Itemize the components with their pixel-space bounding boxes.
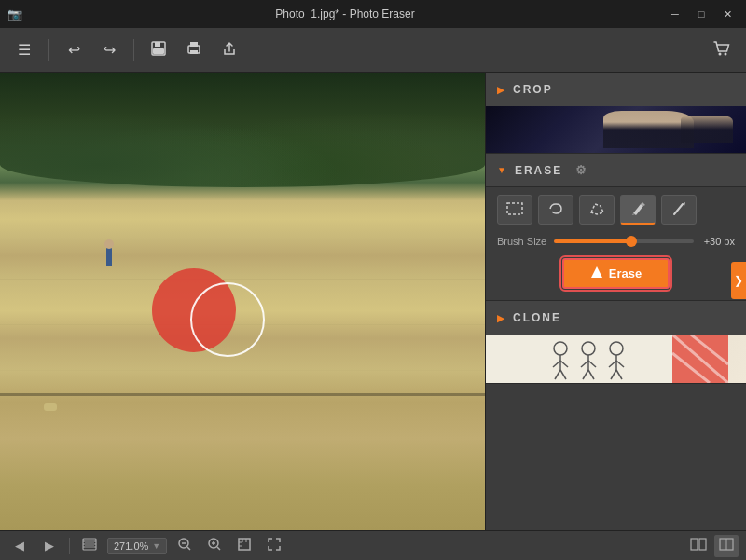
brush-tool[interactable] bbox=[661, 195, 697, 225]
svg-marker-9 bbox=[591, 266, 602, 278]
crop-section: ▶ CROP bbox=[486, 73, 746, 154]
prev-image-button[interactable]: ◀ bbox=[7, 535, 32, 557]
svg-point-6 bbox=[719, 52, 722, 55]
zoom-in-button[interactable] bbox=[202, 535, 227, 557]
erase-mark bbox=[152, 268, 236, 352]
lasso-tool[interactable] bbox=[538, 195, 573, 225]
photo-canvas[interactable] bbox=[0, 73, 485, 530]
crop-thumbnail bbox=[486, 106, 746, 153]
next-icon: ▶ bbox=[45, 539, 54, 553]
brush-size-row: Brush Size +30 px bbox=[486, 232, 746, 254]
erase-btn-icon bbox=[590, 266, 603, 281]
svg-rect-5 bbox=[190, 50, 198, 54]
zoom-in-icon bbox=[207, 537, 222, 554]
redo-icon: ↪ bbox=[104, 41, 116, 59]
fullscreen-icon bbox=[267, 537, 282, 554]
print-button[interactable] bbox=[179, 35, 209, 65]
erase-settings-icon[interactable]: ⚙ bbox=[575, 163, 587, 177]
bottom-bar: ◀ ▶ 271.0% ▼ bbox=[0, 530, 746, 560]
clone-toggle-icon: ▶ bbox=[497, 313, 505, 323]
main-area: ▶ CROP ▼ ERASE ⚙ bbox=[0, 73, 746, 530]
prev-icon: ◀ bbox=[15, 539, 24, 553]
view-mode-2-button[interactable] bbox=[714, 535, 739, 557]
redo-button[interactable]: ↪ bbox=[94, 35, 124, 65]
filmstrip-button[interactable] bbox=[77, 535, 102, 557]
right-panel: ▶ CROP ▼ ERASE ⚙ bbox=[485, 73, 746, 530]
menu-icon: ☰ bbox=[18, 41, 31, 59]
clone-thumbnail bbox=[486, 335, 746, 383]
ground-line-1 bbox=[0, 279, 485, 280]
window-controls: ─ □ ✕ bbox=[668, 7, 735, 21]
svg-line-47 bbox=[217, 547, 220, 550]
next-image-button[interactable]: ▶ bbox=[37, 535, 62, 557]
ground-line-2 bbox=[0, 324, 485, 325]
crop-label: CROP bbox=[513, 83, 553, 96]
erase-button[interactable]: Erase bbox=[562, 258, 670, 289]
bottom-right-controls bbox=[686, 535, 739, 557]
bottom-sep-1 bbox=[69, 538, 70, 554]
svg-rect-53 bbox=[691, 539, 698, 550]
svg-rect-8 bbox=[507, 203, 522, 214]
minimize-btn[interactable]: ─ bbox=[668, 7, 683, 21]
poly-lasso-tool[interactable] bbox=[579, 195, 615, 225]
filmstrip-icon bbox=[82, 538, 97, 553]
svg-point-7 bbox=[725, 52, 727, 55]
fit-icon bbox=[237, 537, 252, 554]
erase-btn-row: Erase bbox=[486, 254, 746, 300]
erase-label: ERASE bbox=[515, 164, 562, 177]
clone-label: CLONE bbox=[513, 311, 561, 324]
view-mode-2-icon bbox=[719, 538, 734, 553]
panel-expand-arrow[interactable]: ❯ bbox=[731, 262, 746, 299]
person-figure-1 bbox=[106, 247, 112, 266]
brush-size-slider[interactable] bbox=[554, 239, 694, 243]
cart-button[interactable] bbox=[707, 35, 737, 65]
erase-header[interactable]: ▼ ERASE ⚙ bbox=[486, 154, 746, 187]
svg-rect-54 bbox=[699, 539, 706, 550]
fullscreen-button[interactable] bbox=[262, 535, 286, 557]
crop-header[interactable]: ▶ CROP bbox=[486, 73, 746, 106]
save-button[interactable] bbox=[144, 35, 173, 65]
brush-icon bbox=[670, 201, 688, 219]
toolbar-separator bbox=[48, 39, 49, 61]
rect-select-icon bbox=[505, 201, 524, 219]
brush-fill bbox=[554, 239, 630, 243]
fence-area bbox=[0, 393, 485, 396]
view-mode-1-icon bbox=[690, 538, 707, 553]
erase-section: ▼ ERASE ⚙ bbox=[486, 154, 746, 301]
close-btn[interactable]: ✕ bbox=[720, 7, 735, 21]
svg-rect-2 bbox=[153, 48, 164, 54]
svg-rect-34 bbox=[85, 540, 94, 548]
app-icon: 📷 bbox=[7, 7, 22, 21]
zoom-value: 271.0% bbox=[114, 540, 148, 552]
maximize-btn[interactable]: □ bbox=[694, 7, 709, 21]
canvas-area[interactable] bbox=[0, 73, 485, 530]
brush-thumb[interactable] bbox=[626, 236, 637, 247]
share-button[interactable] bbox=[214, 35, 244, 65]
clone-header[interactable]: ▶ CLONE bbox=[486, 301, 746, 335]
pencil-tool[interactable] bbox=[620, 195, 656, 225]
erase-btn-label: Erase bbox=[609, 266, 642, 280]
brush-value: +30 px bbox=[701, 236, 735, 247]
toolbar-separator-2 bbox=[133, 39, 134, 61]
tree-row bbox=[0, 73, 485, 187]
pencil-icon bbox=[629, 200, 647, 218]
undo-icon: ↩ bbox=[68, 41, 80, 59]
undo-button[interactable]: ↩ bbox=[59, 35, 89, 65]
zoom-out-icon bbox=[177, 537, 192, 554]
dog-figure bbox=[44, 403, 57, 411]
window-title: Photo_1.jpg* - Photo Eraser bbox=[22, 7, 668, 20]
menu-button[interactable]: ☰ bbox=[9, 35, 39, 65]
view-mode-1-button[interactable] bbox=[686, 535, 711, 557]
brush-size-label: Brush Size bbox=[497, 236, 546, 247]
svg-line-43 bbox=[187, 547, 190, 550]
lasso-icon bbox=[546, 201, 565, 219]
titlebar: 📷 Photo_1.jpg* - Photo Eraser ─ □ ✕ bbox=[0, 0, 746, 28]
zoom-display[interactable]: 271.0% ▼ bbox=[107, 538, 167, 554]
zoom-out-button[interactable] bbox=[173, 535, 197, 557]
rect-select-tool[interactable] bbox=[497, 195, 532, 225]
svg-rect-4 bbox=[190, 42, 198, 47]
svg-rect-48 bbox=[239, 539, 250, 550]
cart-icon bbox=[712, 39, 731, 61]
fit-view-button[interactable] bbox=[232, 535, 256, 557]
tool-row bbox=[486, 187, 746, 232]
